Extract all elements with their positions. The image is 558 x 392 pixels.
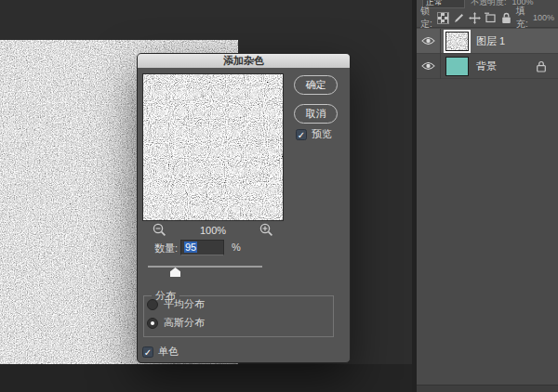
preview-checkrow: ✓ 预览 — [296, 127, 332, 141]
gaussian-distribution-option[interactable]: 高斯分布 — [147, 316, 205, 330]
layer-row-layer1[interactable]: 图层 1 — [417, 29, 558, 54]
noise-preview-texture — [143, 74, 283, 220]
lock-artboard-icon[interactable] — [485, 12, 497, 24]
cancel-button[interactable]: 取消 — [294, 104, 338, 124]
opacity-label: 不透明度: — [471, 0, 507, 8]
uniform-radio[interactable] — [147, 299, 158, 310]
photoshop-workspace: 添加杂色 确定 取消 ✓ 预览 100% — [0, 0, 558, 392]
ok-button[interactable]: 确定 — [294, 75, 338, 95]
preview-checkbox[interactable]: ✓ — [296, 129, 307, 140]
lock-all-icon[interactable] — [500, 12, 512, 24]
zoom-out-icon[interactable] — [153, 223, 166, 237]
layer1-thumbnail-noise — [446, 33, 468, 50]
eye-icon[interactable] — [421, 61, 435, 71]
amount-label: 数量: — [154, 242, 178, 255]
eye-icon[interactable] — [421, 36, 435, 46]
lock-label: 锁定: — [420, 5, 433, 31]
layers-panel: 正常 不透明度: 100% 锁定: 填充: 100% — [417, 0, 558, 392]
dialog-titlebar[interactable]: 添加杂色 — [138, 54, 350, 68]
amount-value: 95 — [184, 242, 197, 253]
background-visibility-cell[interactable] — [417, 54, 441, 79]
lock-row: 锁定: 填充: 100% — [417, 8, 558, 28]
layer-row-background[interactable]: 背景 — [417, 54, 558, 79]
amount-unit: % — [232, 242, 241, 253]
monochromatic-label: 单色 — [158, 345, 179, 359]
amount-row: 数量: 95 % — [138, 240, 352, 256]
amount-slider-track[interactable] — [148, 266, 262, 268]
gaussian-radio-label: 高斯分布 — [164, 316, 205, 330]
lock-position-move-icon[interactable] — [469, 12, 481, 24]
amount-slider-thumb[interactable] — [170, 268, 180, 277]
pasteboard-bottom-shade — [0, 364, 412, 392]
background-name[interactable]: 背景 — [476, 59, 536, 73]
gaussian-radio[interactable] — [147, 318, 158, 329]
zoom-in-icon[interactable] — [259, 223, 273, 237]
add-noise-dialog: 添加杂色 确定 取消 ✓ 预览 100% — [137, 53, 351, 363]
background-thumbnail[interactable] — [445, 57, 469, 76]
noise-preview-box[interactable] — [142, 73, 284, 221]
uniform-distribution-option[interactable]: 平均分布 — [147, 297, 205, 311]
preview-label: 预览 — [312, 127, 332, 141]
layer1-visibility-cell[interactable] — [417, 29, 441, 54]
lock-transparency-icon[interactable] — [437, 12, 449, 24]
layer1-thumbnail[interactable] — [445, 32, 469, 51]
preview-zoom-controls: 100% — [142, 223, 284, 237]
panel-bottom-bar — [417, 385, 558, 392]
preview-zoom-level: 100% — [200, 225, 226, 236]
uniform-radio-label: 平均分布 — [164, 297, 205, 311]
fill-value[interactable]: 100% — [533, 13, 554, 22]
amount-input[interactable]: 95 — [180, 240, 224, 255]
background-lock-icon — [536, 60, 547, 72]
monochromatic-checkrow: ✓ 单色 — [142, 345, 179, 359]
fill-label: 填充: — [516, 5, 529, 31]
monochromatic-checkbox[interactable]: ✓ — [142, 346, 153, 358]
lock-image-brush-icon[interactable] — [453, 12, 465, 24]
layer1-name[interactable]: 图层 1 — [476, 34, 558, 48]
